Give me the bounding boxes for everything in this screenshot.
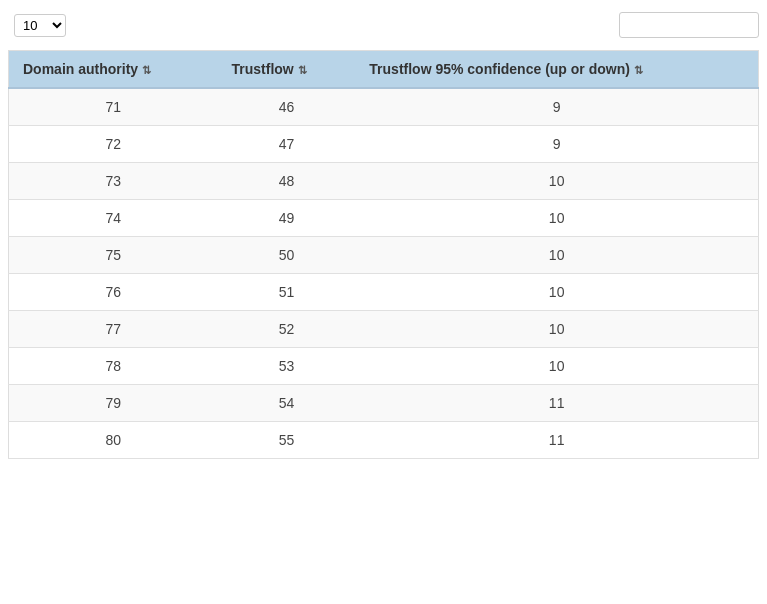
sort-icon: ⇅ xyxy=(142,64,151,77)
cell-domain_authority: 76 xyxy=(9,274,218,311)
table-header: Domain authority⇅Trustflow⇅Trustflow 95%… xyxy=(9,51,759,89)
cell-trustflow: 52 xyxy=(218,311,356,348)
cell-trustflow: 50 xyxy=(218,237,356,274)
table-row: 775210 xyxy=(9,311,759,348)
cell-trustflow: 55 xyxy=(218,422,356,459)
cell-trustflow: 53 xyxy=(218,348,356,385)
table-row: 805511 xyxy=(9,422,759,459)
cell-trustflow_confidence: 9 xyxy=(355,88,758,126)
cell-domain_authority: 80 xyxy=(9,422,218,459)
column-header-trustflow[interactable]: Trustflow⇅ xyxy=(218,51,356,89)
column-label: Domain authority xyxy=(23,61,138,77)
cell-domain_authority: 75 xyxy=(9,237,218,274)
sort-icon: ⇅ xyxy=(298,64,307,77)
cell-domain_authority: 72 xyxy=(9,126,218,163)
cell-trustflow_confidence: 10 xyxy=(355,274,758,311)
show-entries-container: 5102550100 xyxy=(8,14,72,37)
cell-trustflow_confidence: 10 xyxy=(355,348,758,385)
table-row: 785310 xyxy=(9,348,759,385)
table-row: 795411 xyxy=(9,385,759,422)
cell-domain_authority: 74 xyxy=(9,200,218,237)
table-row: 71469 xyxy=(9,88,759,126)
cell-trustflow: 49 xyxy=(218,200,356,237)
top-controls: 5102550100 xyxy=(8,12,759,38)
cell-domain_authority: 78 xyxy=(9,348,218,385)
cell-trustflow_confidence: 11 xyxy=(355,422,758,459)
table-row: 765110 xyxy=(9,274,759,311)
header-row: Domain authority⇅Trustflow⇅Trustflow 95%… xyxy=(9,51,759,89)
data-table: Domain authority⇅Trustflow⇅Trustflow 95%… xyxy=(8,50,759,459)
column-label: Trustflow xyxy=(232,61,294,77)
cell-trustflow: 48 xyxy=(218,163,356,200)
table-row: 734810 xyxy=(9,163,759,200)
cell-trustflow_confidence: 10 xyxy=(355,163,758,200)
entries-select[interactable]: 5102550100 xyxy=(14,14,66,37)
search-input[interactable] xyxy=(619,12,759,38)
table-body: 7146972479734810744910755010765110775210… xyxy=(9,88,759,459)
cell-trustflow_confidence: 11 xyxy=(355,385,758,422)
table-row: 72479 xyxy=(9,126,759,163)
table-row: 755010 xyxy=(9,237,759,274)
cell-trustflow_confidence: 10 xyxy=(355,311,758,348)
cell-trustflow: 54 xyxy=(218,385,356,422)
cell-domain_authority: 79 xyxy=(9,385,218,422)
cell-trustflow: 47 xyxy=(218,126,356,163)
column-header-domain_authority[interactable]: Domain authority⇅ xyxy=(9,51,218,89)
column-label: Trustflow 95% confidence (up or down) xyxy=(369,61,630,77)
cell-trustflow_confidence: 10 xyxy=(355,200,758,237)
cell-domain_authority: 73 xyxy=(9,163,218,200)
cell-trustflow: 51 xyxy=(218,274,356,311)
cell-domain_authority: 77 xyxy=(9,311,218,348)
cell-trustflow_confidence: 10 xyxy=(355,237,758,274)
cell-trustflow: 46 xyxy=(218,88,356,126)
sort-icon: ⇅ xyxy=(634,64,643,77)
table-row: 744910 xyxy=(9,200,759,237)
column-header-trustflow_confidence[interactable]: Trustflow 95% confidence (up or down)⇅ xyxy=(355,51,758,89)
search-container xyxy=(611,12,759,38)
cell-domain_authority: 71 xyxy=(9,88,218,126)
cell-trustflow_confidence: 9 xyxy=(355,126,758,163)
